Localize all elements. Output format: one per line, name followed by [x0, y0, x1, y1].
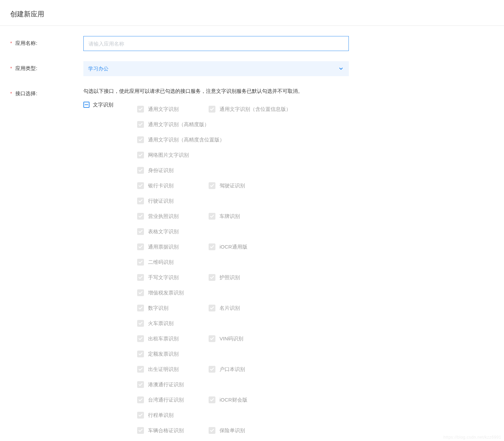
checkbox-disabled-checked — [137, 136, 144, 143]
api-item: 港澳通行证识别 — [137, 377, 209, 392]
minus-icon — [85, 104, 88, 105]
api-select-label-text: 接口选择: — [15, 86, 37, 101]
api-item: 增值税发票识别 — [137, 285, 209, 301]
watermark: https://blog.csdn.net/kzz6991 — [443, 435, 501, 440]
api-label: 数字识别 — [148, 305, 168, 311]
api-item: iOCR财会版 — [209, 392, 280, 408]
checkbox-disabled-checked — [209, 243, 215, 250]
api-item: 户口本识别 — [209, 362, 280, 377]
checkbox-disabled-checked — [137, 121, 144, 128]
api-item: 名片识别 — [209, 301, 280, 316]
api-item: 银行卡识别 — [137, 178, 209, 193]
required-asterisk: * — [10, 61, 12, 75]
api-item: 出租车票识别 — [137, 331, 209, 346]
required-asterisk: * — [10, 36, 12, 50]
checkbox-disabled-checked — [137, 106, 144, 113]
checkbox-disabled-checked — [137, 381, 144, 388]
row-app-type: * 应用类型: 学习办公 — [10, 61, 494, 76]
api-label: 车牌识别 — [220, 213, 240, 220]
api-item: 行程单识别 — [137, 408, 209, 423]
api-label: iOCR财会版 — [220, 397, 247, 403]
api-item: 营业执照识别 — [137, 209, 209, 224]
checkbox-disabled-checked — [137, 335, 144, 342]
api-item: 二维码识别 — [137, 255, 209, 270]
label-app-name: * 应用名称: — [10, 36, 83, 50]
checkbox-disabled-checked — [137, 167, 144, 174]
api-grid: 通用文字识别 通用文字识别（含位置信息版） 通用文字识别（高精度版） — [137, 102, 349, 441]
checkbox-disabled-checked — [137, 366, 144, 373]
checkbox-disabled-checked — [137, 152, 144, 158]
api-label: 通用文字识别 — [148, 106, 179, 113]
api-item: 行驶证识别 — [137, 193, 209, 209]
checkbox-disabled-checked — [209, 335, 215, 342]
api-item: 表格文字识别 — [137, 224, 209, 239]
checkbox-disabled-checked — [137, 259, 144, 266]
api-label: 户口本识别 — [220, 366, 245, 373]
row-app-name: * 应用名称: — [10, 36, 494, 51]
api-label: 护照识别 — [220, 274, 240, 281]
api-label: 通用文字识别（含位置信息版） — [220, 106, 291, 113]
api-label: 通用文字识别（高精度版） — [148, 121, 209, 128]
api-item: 机动车销售发票识别 — [137, 438, 280, 441]
api-item: 护照识别 — [209, 270, 280, 285]
checkbox-disabled-checked — [209, 182, 215, 189]
api-label: 保险单识别 — [220, 427, 245, 434]
checkbox-disabled-checked — [137, 289, 144, 296]
api-item: 车辆合格证识别 — [137, 423, 209, 438]
app-type-selected-value: 学习办公 — [88, 66, 109, 72]
api-item: 驾驶证识别 — [209, 178, 280, 193]
api-label: 定额发票识别 — [148, 351, 179, 357]
checkbox-disabled-checked — [137, 320, 144, 327]
page-title: 创建新应用 — [10, 10, 494, 26]
checkbox-disabled-checked — [209, 274, 215, 281]
api-label: 行程单识别 — [148, 412, 174, 419]
api-item: 车牌识别 — [209, 209, 280, 224]
app-type-label-text: 应用类型: — [15, 61, 37, 75]
api-label: 网络图片文字识别 — [148, 152, 189, 158]
checkbox-disabled-checked — [137, 198, 144, 204]
api-label: 二维码识别 — [148, 259, 174, 266]
api-label: 身份证识别 — [148, 167, 174, 174]
checkbox-disabled-checked — [137, 305, 144, 311]
api-item: 网络图片文字识别 — [137, 148, 280, 163]
collapse-toggle[interactable] — [83, 102, 90, 108]
api-item: 通用文字识别（高精度含位置版） — [137, 132, 349, 148]
api-label: 表格文字识别 — [148, 228, 179, 235]
api-label: iOCR通用版 — [220, 244, 247, 250]
api-label: 营业执照识别 — [148, 213, 179, 220]
api-item: VIN码识别 — [209, 331, 280, 346]
api-item: 身份证识别 — [137, 163, 209, 178]
api-item: 保险单识别 — [209, 423, 280, 438]
api-label: 出租车票识别 — [148, 336, 179, 342]
checkbox-disabled-checked — [137, 228, 144, 235]
api-item: 火车票识别 — [137, 316, 209, 331]
required-asterisk: * — [10, 86, 12, 101]
checkbox-disabled-checked — [209, 106, 215, 113]
chevron-down-icon — [338, 66, 344, 72]
api-label: 名片识别 — [220, 305, 240, 311]
api-label: 通用票据识别 — [148, 244, 179, 250]
api-item: 出生证明识别 — [137, 362, 209, 377]
label-app-type: * 应用类型: — [10, 61, 83, 75]
row-api-select: * 接口选择: 勾选以下接口，使此应用可以请求已勾选的接口服务，注意文字识别服务… — [10, 86, 494, 441]
checkbox-disabled-checked — [209, 427, 215, 434]
checkbox-disabled-checked — [209, 213, 215, 220]
app-name-input[interactable] — [83, 36, 349, 51]
api-label: 通用文字识别（高精度含位置版） — [148, 137, 225, 143]
api-label: VIN码识别 — [220, 336, 243, 342]
app-name-label-text: 应用名称: — [15, 36, 37, 50]
checkbox-disabled-checked — [209, 396, 215, 403]
api-item: iOCR通用版 — [209, 239, 280, 255]
checkbox-disabled-checked — [137, 213, 144, 220]
checkbox-disabled-checked — [137, 396, 144, 403]
api-label: 车辆合格证识别 — [148, 427, 184, 434]
api-label: 银行卡识别 — [148, 183, 174, 189]
api-label: 增值税发票识别 — [148, 290, 184, 296]
api-select-description: 勾选以下接口，使此应用可以请求已勾选的接口服务，注意文字识别服务已默认勾选并不可… — [83, 86, 349, 96]
api-item: 手写文字识别 — [137, 270, 209, 285]
checkbox-disabled-checked — [137, 412, 144, 419]
checkbox-disabled-checked — [209, 366, 215, 373]
api-label: 行驶证识别 — [148, 198, 174, 204]
app-type-select[interactable]: 学习办公 — [83, 61, 349, 76]
api-label: 台湾通行证识别 — [148, 397, 184, 403]
